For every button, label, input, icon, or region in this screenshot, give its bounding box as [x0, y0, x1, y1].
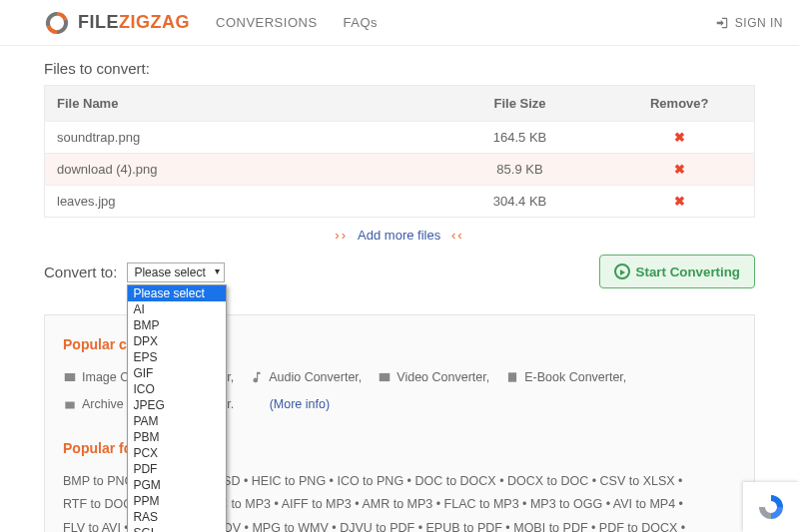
table-row: download (4).png85.9 KB✖	[45, 154, 755, 186]
format-option[interactable]: DPX	[128, 333, 226, 349]
cat-video[interactable]: Video Converter,	[378, 366, 489, 390]
convert-to-label: Convert to:	[44, 264, 117, 280]
format-option[interactable]: PPM	[128, 493, 226, 509]
file-name-cell: soundtrap.png	[45, 122, 435, 154]
cat-audio[interactable]: Audio Converter,	[250, 366, 362, 390]
logo[interactable]: FILEZIGZAG	[44, 10, 190, 36]
top-bar: FILEZIGZAG CONVERSIONS FAQs SIGN IN	[0, 0, 799, 46]
logo-text: FILEZIGZAG	[78, 12, 190, 33]
format-option[interactable]: PGM	[128, 477, 226, 493]
table-row: leaves.jpg304.4 KB✖	[45, 186, 755, 218]
format-option[interactable]: Please select	[128, 285, 226, 301]
start-converting-button[interactable]: Start Converting	[599, 255, 755, 288]
convert-icon	[614, 264, 630, 279]
col-filesize: File Size	[435, 86, 605, 122]
signin-icon	[715, 16, 729, 30]
chevron-left-icon: ‹‹	[451, 228, 464, 243]
svg-rect-0	[65, 373, 76, 381]
music-icon	[250, 370, 264, 384]
logo-icon	[44, 10, 70, 36]
recaptcha-icon	[756, 492, 786, 522]
remove-button[interactable]: ✖	[605, 154, 755, 186]
more-info-link[interactable]: (More info)	[270, 393, 330, 417]
format-option[interactable]: SGI	[128, 525, 226, 533]
add-more-files-link[interactable]: ›› Add more files ‹‹	[44, 218, 755, 253]
file-size-cell: 85.9 KB	[435, 154, 605, 186]
nav-faqs[interactable]: FAQs	[344, 15, 379, 30]
cat-ebook[interactable]: E-Book Converter,	[505, 366, 626, 390]
image-icon	[63, 370, 77, 384]
format-option[interactable]: JPEG	[128, 397, 226, 413]
file-name-cell: leaves.jpg	[45, 186, 435, 218]
format-option[interactable]: PAM	[128, 413, 226, 429]
signin-link[interactable]: SIGN IN	[715, 16, 783, 30]
format-option[interactable]: GIF	[128, 365, 226, 381]
col-remove: Remove?	[605, 86, 755, 122]
format-option[interactable]: AI	[128, 301, 226, 317]
format-option[interactable]: RAS	[128, 509, 226, 525]
format-select[interactable]: Please select	[127, 263, 224, 282]
table-row: soundtrap.png164.5 KB✖	[45, 122, 755, 154]
svg-rect-2	[508, 373, 516, 382]
format-option[interactable]: ICO	[128, 381, 226, 397]
archive-icon	[63, 398, 77, 412]
svg-rect-1	[380, 373, 391, 381]
cat-archive[interactable]: Archive C	[63, 393, 136, 417]
nav-conversions[interactable]: CONVERSIONS	[216, 15, 318, 30]
film-icon	[378, 370, 392, 384]
format-option[interactable]: PDF	[128, 461, 226, 477]
svg-rect-3	[65, 402, 74, 409]
remove-button[interactable]: ✖	[605, 122, 755, 154]
format-option[interactable]: EPS	[128, 349, 226, 365]
chevron-right-icon: ››	[335, 228, 348, 243]
file-name-cell: download (4).png	[45, 154, 435, 186]
col-filename: File Name	[45, 86, 435, 122]
format-option[interactable]: BMP	[128, 317, 226, 333]
recaptcha-badge[interactable]	[743, 482, 799, 532]
file-size-cell: 164.5 KB	[435, 122, 605, 154]
format-option[interactable]: PBM	[128, 429, 226, 445]
files-heading: Files to convert:	[44, 60, 755, 77]
format-dropdown[interactable]: Please selectAIBMPDPXEPSGIFICOJPEGPAMPBM…	[127, 284, 227, 533]
cat-image[interactable]: Image C	[63, 366, 129, 390]
file-size-cell: 304.4 KB	[435, 186, 605, 218]
main-nav: CONVERSIONS FAQs	[216, 15, 378, 30]
book-icon	[505, 370, 519, 384]
files-table: File Name File Size Remove? soundtrap.pn…	[44, 85, 755, 218]
format-option[interactable]: PCX	[128, 445, 226, 461]
remove-button[interactable]: ✖	[605, 186, 755, 218]
